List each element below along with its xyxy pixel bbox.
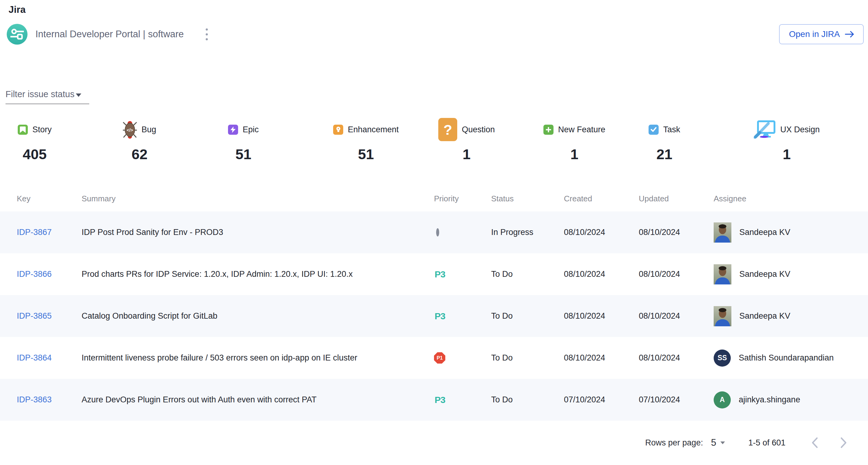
question-icon: ? bbox=[438, 118, 457, 141]
issue-updated: 08/10/2024 bbox=[639, 353, 714, 363]
table-row: IDP-3866 Prod charts PRs for IDP Service… bbox=[0, 253, 868, 295]
assignee-name: Sandeepa KV bbox=[739, 228, 790, 237]
bug-icon: </> bbox=[123, 120, 137, 139]
counter-label: Bug bbox=[142, 125, 156, 134]
assignee-avatar bbox=[714, 306, 732, 326]
counter-label: Task bbox=[663, 125, 680, 134]
issue-created: 07/10/2024 bbox=[564, 395, 639, 404]
counter-count: 1 bbox=[438, 146, 495, 163]
rows-per-page-select[interactable]: 5 bbox=[711, 437, 725, 448]
kebab-menu-icon[interactable] bbox=[203, 25, 211, 43]
column-header-created: Created bbox=[564, 194, 639, 203]
column-header-priority: Priority bbox=[434, 194, 491, 203]
ux-design-icon bbox=[754, 120, 776, 139]
column-header-status: Status bbox=[491, 194, 564, 203]
epic-icon bbox=[228, 125, 238, 135]
issues-table: Key Summary Priority Status Created Upda… bbox=[0, 182, 868, 421]
assignee-name: Sathish Soundarapandian bbox=[739, 353, 834, 363]
table-row: IDP-3865 Catalog Onboarding Script for G… bbox=[0, 295, 868, 337]
no-priority-icon bbox=[436, 228, 439, 236]
chevron-right-icon[interactable] bbox=[834, 434, 853, 452]
assignee-name: Sandeepa KV bbox=[739, 311, 790, 321]
p3-icon: P3 bbox=[435, 269, 445, 279]
issue-summary: Catalog Onboarding Script for GitLab bbox=[82, 311, 434, 321]
counter-count: 1 bbox=[754, 146, 820, 163]
rows-per-page-value: 5 bbox=[711, 437, 716, 448]
pagination-range: 1-5 of 601 bbox=[748, 438, 785, 447]
issue-status: To Do bbox=[491, 353, 564, 363]
counter-epic: Epic 51 bbox=[228, 118, 333, 163]
issue-status: To Do bbox=[491, 395, 564, 404]
issue-status: To Do bbox=[491, 269, 564, 279]
assignee-avatar: A bbox=[714, 391, 731, 408]
counter-count: 51 bbox=[333, 146, 399, 163]
pagination-bar: Rows per page: 5 1-5 of 601 bbox=[0, 434, 868, 452]
counter-count: 405 bbox=[18, 146, 52, 163]
counter-label: Epic bbox=[243, 125, 259, 134]
arrow-right-icon bbox=[845, 30, 855, 38]
counter-label: New Feature bbox=[558, 125, 606, 134]
issue-key-link[interactable]: IDP-3866 bbox=[17, 269, 52, 279]
counter-label: Question bbox=[462, 125, 495, 134]
assignee-avatar: SS bbox=[714, 350, 731, 367]
assignee-name: ajinkya.shingane bbox=[739, 395, 800, 404]
open-in-jira-label: Open in JIRA bbox=[789, 29, 840, 39]
counter-bug: </> Bug 62 bbox=[123, 118, 228, 163]
issue-status: To Do bbox=[491, 311, 564, 321]
project-header: Internal Developer Portal | software Ope… bbox=[7, 22, 864, 47]
p1-icon: P1 bbox=[434, 352, 445, 364]
counter-new-feature: New Feature 1 bbox=[544, 118, 649, 163]
table-row: IDP-3864 Intermittent liveness probe fai… bbox=[0, 337, 868, 379]
counter-label: UX Design bbox=[780, 125, 820, 134]
assignee-avatar bbox=[714, 264, 732, 285]
issue-summary: Azure DevOps Plugin Errors out with Auth… bbox=[82, 395, 434, 404]
column-header-summary: Summary bbox=[82, 194, 434, 203]
issue-created: 08/10/2024 bbox=[564, 311, 639, 321]
issue-key-link[interactable]: IDP-3863 bbox=[17, 395, 52, 404]
new-feature-icon bbox=[544, 125, 554, 135]
counter-task: Task 21 bbox=[649, 118, 754, 163]
issue-key-link[interactable]: IDP-3867 bbox=[17, 228, 52, 237]
enhancement-icon bbox=[333, 125, 343, 135]
issue-updated: 08/10/2024 bbox=[639, 269, 714, 279]
filter-issue-status-select[interactable]: Filter issue status bbox=[5, 89, 89, 104]
counter-count: 62 bbox=[123, 146, 156, 163]
issue-created: 08/10/2024 bbox=[564, 353, 639, 363]
issue-summary: Intermittent liveness probe failure / 50… bbox=[82, 353, 434, 363]
issue-key-link[interactable]: IDP-3865 bbox=[17, 311, 52, 321]
column-header-assignee: Assignee bbox=[714, 194, 856, 203]
project-avatar-icon bbox=[7, 24, 28, 44]
p3-icon: P3 bbox=[435, 311, 445, 321]
column-header-updated: Updated bbox=[639, 194, 714, 203]
story-icon bbox=[18, 125, 28, 135]
rows-per-page-label: Rows per page: bbox=[645, 438, 703, 447]
task-icon bbox=[649, 125, 659, 135]
counter-count: 51 bbox=[228, 146, 259, 163]
assignee-avatar bbox=[714, 223, 732, 242]
column-header-key: Key bbox=[17, 194, 82, 203]
issue-status: In Progress bbox=[491, 228, 564, 237]
counter-count: 1 bbox=[544, 146, 606, 163]
counter-question: ? Question 1 bbox=[438, 118, 544, 163]
table-row: IDP-3867 IDP Post Prod Sanity for Env - … bbox=[0, 211, 868, 253]
filter-issue-status-label: Filter issue status bbox=[5, 89, 74, 99]
issue-type-counters: Story 405 </> bbox=[0, 118, 868, 163]
caret-down-icon bbox=[720, 441, 725, 444]
open-in-jira-button[interactable]: Open in JIRA bbox=[779, 24, 864, 44]
issue-updated: 08/10/2024 bbox=[639, 228, 714, 237]
p3-icon: P3 bbox=[435, 395, 445, 405]
issue-updated: 07/10/2024 bbox=[639, 395, 714, 404]
table-header-row: Key Summary Priority Status Created Upda… bbox=[0, 182, 868, 211]
svg-text:</>: </> bbox=[127, 128, 133, 133]
issue-summary: Prod charts PRs for IDP Service: 1.20.x,… bbox=[82, 269, 434, 279]
chevron-left-icon[interactable] bbox=[806, 434, 824, 452]
counter-label: Enhancement bbox=[348, 125, 399, 134]
caret-down-icon bbox=[76, 94, 81, 97]
issue-created: 08/10/2024 bbox=[564, 269, 639, 279]
issue-summary: IDP Post Prod Sanity for Env - PROD3 bbox=[82, 228, 434, 237]
project-name: Internal Developer Portal | software bbox=[35, 29, 184, 40]
issue-key-link[interactable]: IDP-3864 bbox=[17, 353, 52, 362]
counter-count: 21 bbox=[649, 146, 680, 163]
counter-ux-design: UX Design 1 bbox=[754, 118, 859, 163]
page-title: Jira bbox=[8, 4, 868, 15]
